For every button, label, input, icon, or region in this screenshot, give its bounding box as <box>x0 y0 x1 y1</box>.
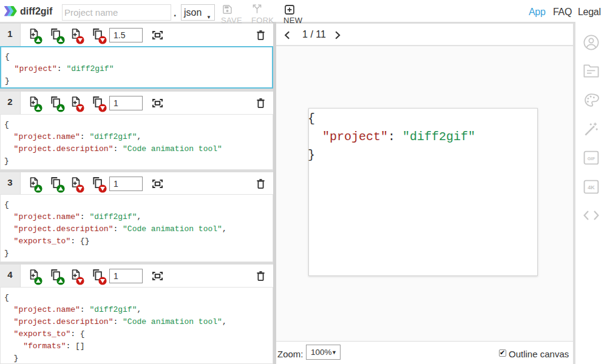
svg-text:GIF: GIF <box>588 156 595 161</box>
svg-text:4K: 4K <box>588 184 595 190</box>
